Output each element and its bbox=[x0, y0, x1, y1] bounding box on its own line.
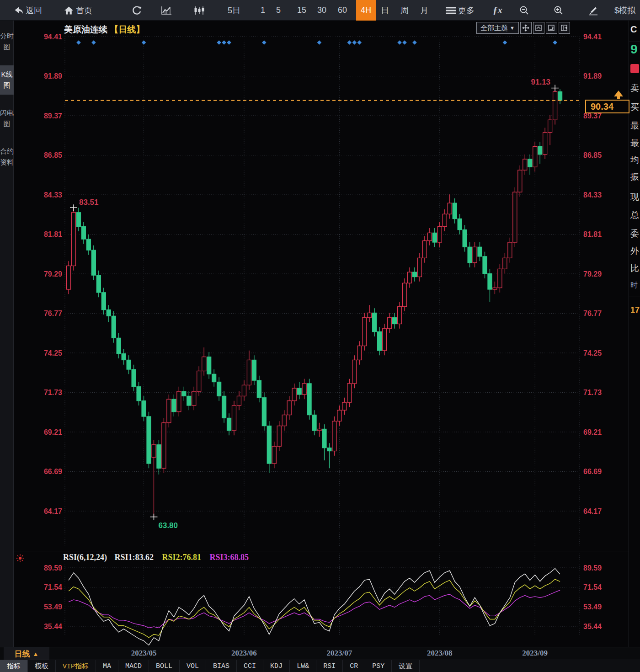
period-day-button[interactable]: 日 bbox=[381, 0, 389, 21]
y-axis-label: 89.37 bbox=[44, 112, 62, 120]
period-15-button[interactable]: 15 bbox=[297, 0, 306, 21]
home-button[interactable]: 首页 bbox=[64, 0, 92, 21]
candle bbox=[172, 395, 176, 416]
candle bbox=[217, 377, 221, 400]
candle bbox=[147, 412, 151, 469]
tab-bias[interactable]: BIAS bbox=[206, 660, 237, 672]
candle bbox=[262, 393, 266, 431]
back-icon bbox=[13, 6, 23, 15]
candle bbox=[503, 253, 507, 274]
candle bbox=[458, 214, 462, 235]
period-60-label: 60 bbox=[338, 5, 347, 15]
candle bbox=[383, 324, 387, 355]
candle bbox=[101, 288, 106, 315]
refresh-icon[interactable] bbox=[132, 0, 142, 21]
candle bbox=[152, 440, 156, 517]
candle bbox=[127, 355, 131, 374]
crosshair-marker bbox=[150, 514, 157, 520]
tab-contract-info[interactable]: 合约资料 bbox=[0, 142, 14, 171]
candle bbox=[543, 128, 547, 159]
tab-kdj[interactable]: KDJ bbox=[263, 660, 290, 672]
layout-split-icon[interactable] bbox=[546, 22, 557, 34]
draw-icon[interactable] bbox=[588, 0, 599, 21]
grid bbox=[65, 37, 580, 546]
y-axis-label-right: 74.25 bbox=[583, 349, 602, 357]
y-axis-label: 64.17 bbox=[44, 507, 62, 515]
indicator-settings-icon[interactable] bbox=[16, 554, 25, 563]
tab-template[interactable]: 模板 bbox=[28, 660, 56, 672]
zoom-in-icon[interactable] bbox=[554, 0, 564, 21]
candle bbox=[357, 341, 362, 364]
tab-vol[interactable]: VOL bbox=[180, 660, 206, 672]
tab-macd[interactable]: MACD bbox=[118, 660, 149, 672]
candle bbox=[548, 115, 552, 145]
chart-candle-icon[interactable] bbox=[194, 0, 205, 21]
candle bbox=[352, 355, 357, 388]
candle bbox=[107, 305, 111, 322]
period-5d-label: 5日 bbox=[228, 5, 240, 16]
rsi-panel[interactable]: 89.5989.5971.5471.5453.4953.4935.4435.44… bbox=[14, 551, 629, 647]
more-button[interactable]: 更多 bbox=[446, 0, 475, 21]
tab-ma[interactable]: MA bbox=[96, 660, 118, 672]
period-30-button[interactable]: 30 bbox=[317, 0, 326, 21]
period-1-label: 1 bbox=[261, 5, 265, 15]
period-month-button[interactable]: 月 bbox=[420, 0, 428, 21]
rsi-axis-label-right: 89.59 bbox=[583, 564, 602, 572]
rsi-chart[interactable]: 89.5989.5971.5471.5453.4953.4935.4435.44 bbox=[14, 551, 629, 647]
event-dot bbox=[217, 40, 221, 45]
period-60-button[interactable]: 60 bbox=[338, 0, 347, 21]
zoom-out-icon[interactable] bbox=[519, 0, 529, 21]
period-5d-button[interactable]: 5日 bbox=[228, 0, 240, 21]
tab-flash-chart[interactable]: 闪电图 bbox=[0, 104, 14, 133]
tab-kline-chart[interactable]: K线图 bbox=[0, 65, 14, 95]
kline-chart-panel[interactable]: 94.4194.4191.8991.8989.3789.3786.8586.85… bbox=[14, 21, 629, 551]
back-button[interactable]: 返回 bbox=[13, 0, 42, 21]
tab-time-chart[interactable]: 分时图 bbox=[0, 27, 14, 56]
event-dot bbox=[352, 40, 357, 45]
top-toolbar: 返回首页5日151530604H日周月更多ƒx$模拟 bbox=[0, 0, 640, 21]
month-label: 2023/06 bbox=[231, 649, 257, 658]
tab-cci[interactable]: CCI bbox=[237, 660, 263, 672]
y-axis-label-right: 66.69 bbox=[583, 468, 602, 475]
quote-panel-item: 振 bbox=[630, 171, 639, 183]
tab-cr[interactable]: CR bbox=[343, 660, 365, 672]
rsi-line-rsi2 bbox=[69, 579, 560, 638]
layout-expand-icon[interactable] bbox=[559, 22, 570, 34]
indicator-tab-bar: 指标模板VIP指标MAMACDBOLLVOLBIASCCIKDJLW&RSICR… bbox=[0, 660, 640, 672]
candle bbox=[302, 379, 306, 400]
y-axis-label: 86.85 bbox=[44, 151, 62, 159]
candlestick-chart[interactable]: 94.4194.4191.8991.8989.3789.3786.8586.85… bbox=[14, 21, 629, 551]
event-dot bbox=[76, 40, 81, 45]
tab-indicator[interactable]: 指标 bbox=[0, 660, 28, 672]
candle bbox=[112, 311, 116, 343]
candle bbox=[71, 208, 75, 271]
time-axis: 日线 ▲ 2023/052023/062023/072023/082023/09 bbox=[0, 647, 640, 660]
chart-line-icon[interactable] bbox=[161, 0, 172, 21]
tab-vip-indicator[interactable]: VIP指标 bbox=[56, 660, 96, 672]
event-dot bbox=[91, 40, 96, 45]
tab-boll[interactable]: BOLL bbox=[149, 660, 180, 672]
period-1-button[interactable]: 1 bbox=[261, 0, 265, 21]
home-label: 首页 bbox=[76, 5, 92, 16]
candle bbox=[393, 313, 397, 328]
crosshair-icon[interactable] bbox=[520, 22, 532, 34]
event-dot bbox=[357, 40, 362, 45]
candles bbox=[67, 88, 562, 517]
period-4h-button[interactable]: 4H bbox=[356, 0, 376, 21]
period-selector[interactable]: 日线 ▲ bbox=[4, 647, 49, 660]
tab-psy[interactable]: PSY bbox=[365, 660, 392, 672]
fx-button[interactable]: ƒx bbox=[493, 0, 502, 21]
y-axis-label-right: 86.85 bbox=[583, 151, 602, 159]
tab-rsi[interactable]: RSI bbox=[316, 660, 343, 672]
period-5-button[interactable]: 5 bbox=[276, 0, 281, 21]
tab-lw[interactable]: LW& bbox=[290, 660, 316, 672]
candle bbox=[363, 313, 367, 350]
sim-trade-button[interactable]: $模拟 bbox=[614, 0, 635, 21]
event-dot bbox=[412, 40, 417, 45]
symbol-name: 美原油连续 bbox=[64, 25, 107, 34]
period-label: 日线 bbox=[15, 649, 30, 659]
period-week-button[interactable]: 周 bbox=[400, 0, 409, 21]
theme-dropdown-button[interactable]: 全部主题 ▼ bbox=[476, 22, 519, 34]
tab-settings[interactable]: 设置 bbox=[392, 660, 420, 672]
layout-single-icon[interactable] bbox=[533, 22, 544, 34]
